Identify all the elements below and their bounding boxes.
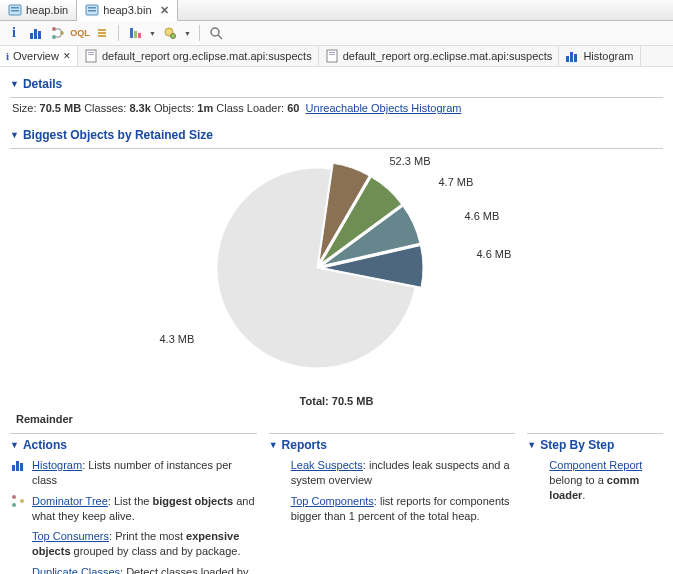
col-reports: ▼Reports Leak Suspects: includes leak su… xyxy=(269,433,516,574)
slice-label: 4.3 MB xyxy=(160,333,195,345)
svg-rect-20 xyxy=(88,52,94,53)
editor-tabs: heap.bin heap3.bin ✕ xyxy=(0,0,673,21)
svg-rect-13 xyxy=(134,31,137,38)
svg-rect-30 xyxy=(20,463,23,471)
tab-heap-label: heap.bin xyxy=(26,4,68,16)
stat-classes: 8.3k xyxy=(129,102,150,114)
separator xyxy=(199,25,200,41)
subtab-report1-label: default_report org.eclipse.mat.api:suspe… xyxy=(102,50,312,62)
subtab-report2-label: default_report org.eclipse.mat.api:suspe… xyxy=(343,50,553,62)
twisty-icon: ▼ xyxy=(10,130,19,140)
topconsumers-link[interactable]: Top Consumers xyxy=(32,530,109,542)
stat-objects: 1m xyxy=(197,102,213,114)
svg-rect-22 xyxy=(327,50,337,62)
leak-link[interactable]: Leak Suspects xyxy=(291,459,363,471)
histogram-link[interactable]: Histogram xyxy=(32,459,82,471)
tab-heap3[interactable]: heap3.bin ✕ xyxy=(77,0,177,21)
heap-icon xyxy=(8,3,22,17)
tree-icon xyxy=(10,494,26,524)
svg-rect-21 xyxy=(88,54,94,55)
remainder-label: Remainder xyxy=(16,413,663,425)
details-stats: Size: 70.5 MB Classes: 8.3k Objects: 1m … xyxy=(12,102,663,114)
search-icon[interactable] xyxy=(208,25,224,41)
close-icon[interactable]: ✕ xyxy=(63,51,71,61)
divider xyxy=(10,148,663,149)
subtab-overview[interactable]: i Overview ✕ xyxy=(0,46,78,66)
slice-label: 4.6 MB xyxy=(477,248,512,260)
svg-rect-24 xyxy=(329,54,335,55)
subtab-histogram-label: Histogram xyxy=(583,50,633,62)
separator xyxy=(118,25,119,41)
histogram-icon xyxy=(565,49,579,63)
svg-rect-6 xyxy=(30,33,33,39)
query-icon[interactable] xyxy=(162,25,178,41)
comp-link[interactable]: Component Report xyxy=(549,459,642,471)
close-icon[interactable]: ✕ xyxy=(160,4,169,17)
svg-point-9 xyxy=(52,27,56,31)
col-actions: ▼Actions Histogram: Lists number of inst… xyxy=(10,433,257,574)
report-icon xyxy=(325,49,339,63)
svg-rect-25 xyxy=(566,56,569,62)
slice-label: 52.3 MB xyxy=(390,155,431,167)
section-biggest[interactable]: ▼Biggest Objects by Retained Size xyxy=(10,128,663,142)
twisty-icon: ▼ xyxy=(527,440,536,450)
svg-rect-4 xyxy=(88,7,96,9)
svg-rect-12 xyxy=(130,28,133,38)
topcomp-link[interactable]: Top Components xyxy=(291,495,374,507)
svg-rect-26 xyxy=(570,52,573,62)
svg-point-32 xyxy=(12,503,16,507)
steps-title[interactable]: ▼Step By Step xyxy=(527,433,663,452)
info-icon[interactable]: i xyxy=(6,25,22,41)
chart-total: Total: 70.5 MB xyxy=(10,395,663,407)
svg-rect-8 xyxy=(38,31,41,39)
divider xyxy=(10,97,663,98)
subtabs: i Overview ✕ default_report org.eclipse.… xyxy=(0,46,673,67)
threads-icon[interactable] xyxy=(94,25,110,41)
actions-title[interactable]: ▼Actions xyxy=(10,433,257,452)
tab-heap[interactable]: heap.bin xyxy=(0,0,77,20)
svg-rect-28 xyxy=(12,465,15,471)
report-icon xyxy=(84,49,98,63)
col-steps: ▼Step By Step Component Report belong to… xyxy=(527,433,663,574)
svg-rect-2 xyxy=(11,10,19,12)
histogram-icon xyxy=(10,458,26,488)
svg-rect-14 xyxy=(138,33,141,38)
svg-line-18 xyxy=(218,35,222,39)
dominator-link[interactable]: Dominator Tree xyxy=(32,495,108,507)
subtab-histogram[interactable]: Histogram xyxy=(559,46,640,66)
svg-point-17 xyxy=(211,28,219,36)
tree-icon[interactable] xyxy=(50,25,66,41)
dropdown-icon[interactable]: ▼ xyxy=(149,30,156,37)
twisty-icon: ▼ xyxy=(10,79,19,89)
svg-rect-1 xyxy=(11,7,19,9)
subtab-report2[interactable]: default_report org.eclipse.mat.api:suspe… xyxy=(319,46,560,66)
subtab-report1[interactable]: default_report org.eclipse.mat.api:suspe… xyxy=(78,46,319,66)
svg-rect-27 xyxy=(574,54,577,62)
histogram-icon[interactable] xyxy=(28,25,44,41)
unreachable-link[interactable]: Unreachable Objects Histogram xyxy=(306,102,462,114)
section-details[interactable]: ▼Details xyxy=(10,77,663,91)
oql-icon[interactable]: OQL xyxy=(72,25,88,41)
svg-point-10 xyxy=(52,35,56,39)
slice-label: 4.6 MB xyxy=(465,210,500,222)
reports-title[interactable]: ▼Reports xyxy=(269,433,516,452)
run-icon[interactable] xyxy=(127,25,143,41)
svg-rect-23 xyxy=(329,52,335,53)
slice-label: 4.7 MB xyxy=(439,176,474,188)
tab-heap3-label: heap3.bin xyxy=(103,4,151,16)
svg-point-33 xyxy=(20,499,24,503)
svg-point-31 xyxy=(12,495,16,499)
subtab-overview-label: Overview xyxy=(13,50,59,62)
duplicate-link[interactable]: Duplicate Classes xyxy=(32,566,120,574)
pie-chart: 4.3 MB4.6 MB4.6 MB4.7 MB52.3 MB xyxy=(87,153,587,393)
twisty-icon: ▼ xyxy=(10,440,19,450)
dropdown-icon[interactable]: ▼ xyxy=(184,30,191,37)
toolbar: i OQL ▼ ▼ xyxy=(0,21,673,46)
stat-size: 70.5 MB xyxy=(40,102,82,114)
stat-loader: 60 xyxy=(287,102,299,114)
svg-rect-29 xyxy=(16,461,19,471)
svg-point-16 xyxy=(170,34,175,39)
twisty-icon: ▼ xyxy=(269,440,278,450)
info-icon: i xyxy=(6,50,9,62)
heap-icon xyxy=(85,3,99,17)
